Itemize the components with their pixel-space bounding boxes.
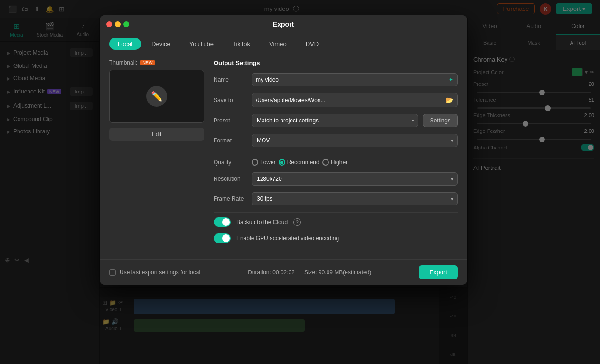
frame-rate-label: Frame Rate <box>214 196 247 202</box>
name-label: Name <box>214 76 247 83</box>
dialog-titlebar: Export <box>100 15 467 33</box>
gpu-label: Enable GPU accelerated video encoding <box>236 235 339 242</box>
footer-info: Duration: 00:02:02 Size: 90.69 MB(estima… <box>248 269 371 276</box>
format-select-wrapper: MOV MP4 AVI <box>252 134 458 147</box>
dialog-left: Thumbnail: NEW ✏️ Edit <box>109 59 204 250</box>
quality-higher[interactable]: Higher <box>322 159 347 166</box>
dialog-tab-vimeo[interactable]: Vimeo <box>261 38 295 50</box>
dialog-title: Export <box>273 20 294 28</box>
save-to-label: Save to <box>214 97 247 103</box>
use-last-settings-checkbox[interactable] <box>109 269 116 276</box>
edit-thumbnail-btn[interactable]: Edit <box>109 128 204 141</box>
dialog-tab-youtube[interactable]: YouTube <box>181 38 222 50</box>
dialog-footer: Use last export settings for local Durat… <box>100 259 467 285</box>
settings-btn[interactable]: Settings <box>423 114 458 127</box>
frame-rate-select-wrapper: 30 fps 24 fps 60 fps <box>252 192 458 205</box>
gpu-toggle[interactable] <box>214 233 231 243</box>
folder-icon[interactable]: 📂 <box>445 96 453 104</box>
backup-row: Backup to the Cloud ? <box>214 217 458 227</box>
preset-label: Preset <box>214 117 247 124</box>
checkbox-label: Use last export settings for local <box>120 269 200 276</box>
save-to-input[interactable] <box>256 97 442 103</box>
resolution-select-wrapper: 1280x720 1920x1080 3840x2160 <box>252 172 458 186</box>
frame-rate-select[interactable]: 30 fps 24 fps 60 fps <box>252 192 458 205</box>
divider-1 <box>214 154 458 154</box>
name-input-wrapper: ✦ <box>252 73 458 86</box>
checkbox-row: Use last export settings for local <box>109 269 200 276</box>
radio-lower[interactable] <box>252 159 258 166</box>
size-label: Size: 90.69 MB(estimated) <box>304 269 371 276</box>
name-row: Name ✦ <box>214 73 458 86</box>
resolution-label: Resolution <box>214 176 247 182</box>
export-final-btn[interactable]: Export <box>419 265 458 279</box>
preset-select-wrapper: Match to project settings Custom <box>252 114 418 127</box>
quality-options: Lower Recommend Higher <box>252 159 347 166</box>
minimize-button[interactable] <box>115 21 121 27</box>
dialog-tab-tiktok[interactable]: TikTok <box>224 38 259 50</box>
format-label: Format <box>214 137 247 144</box>
quality-lower[interactable]: Lower <box>252 159 276 166</box>
divider-2 <box>214 212 458 213</box>
quality-label: Quality <box>214 159 247 166</box>
close-button[interactable] <box>106 21 112 27</box>
backup-help-icon[interactable]: ? <box>293 218 301 226</box>
thumbnail-new-badge: NEW <box>140 60 155 65</box>
frame-rate-row: Frame Rate 30 fps 24 fps 60 fps <box>214 192 458 205</box>
duration-label: Duration: 00:02:02 <box>248 269 295 276</box>
save-to-input-wrapper: 📂 <box>252 93 458 107</box>
backup-toggle[interactable] <box>214 217 231 227</box>
radio-higher[interactable] <box>322 159 329 166</box>
quality-row: Quality Lower Recommend Higher <box>214 159 458 166</box>
name-input[interactable] <box>256 76 446 83</box>
dialog-nav: Local Device YouTube TikTok Vimeo DVD <box>100 33 467 55</box>
maximize-button[interactable] <box>123 21 129 27</box>
preset-row: Preset Match to project settings Custom … <box>214 114 458 127</box>
format-row: Format MOV MP4 AVI <box>214 134 458 147</box>
radio-dot <box>280 161 283 164</box>
format-select[interactable]: MOV MP4 AVI <box>252 134 458 147</box>
preset-select[interactable]: Match to project settings Custom <box>252 114 418 127</box>
thumbnail-box: ✏️ <box>109 70 204 123</box>
dialog-right: Output Settings Name ✦ Save to 📂 Prese <box>214 59 458 250</box>
dialog-body: Thumbnail: NEW ✏️ Edit Output Settings N… <box>100 55 467 259</box>
backup-label: Backup to the Cloud <box>236 219 288 225</box>
resolution-select[interactable]: 1280x720 1920x1080 3840x2160 <box>252 172 458 186</box>
dialog-tab-dvd[interactable]: DVD <box>297 38 327 50</box>
thumbnail-label: Thumbnail: NEW <box>109 59 204 66</box>
resolution-row: Resolution 1280x720 1920x1080 3840x2160 <box>214 172 458 186</box>
thumbnail-pen-icon: ✏️ <box>146 86 167 107</box>
dialog-tab-local[interactable]: Local <box>109 38 141 50</box>
gpu-row: Enable GPU accelerated video encoding <box>214 233 458 243</box>
dialog-tab-device[interactable]: Device <box>143 38 179 50</box>
traffic-lights <box>106 21 129 27</box>
radio-recommend[interactable] <box>279 159 285 166</box>
save-to-row: Save to 📂 <box>214 93 458 107</box>
ai-icon: ✦ <box>449 76 453 83</box>
quality-recommend[interactable]: Recommend <box>279 159 319 166</box>
export-dialog: Export Local Device YouTube TikTok Vimeo… <box>100 15 467 285</box>
output-settings-title: Output Settings <box>214 59 458 66</box>
